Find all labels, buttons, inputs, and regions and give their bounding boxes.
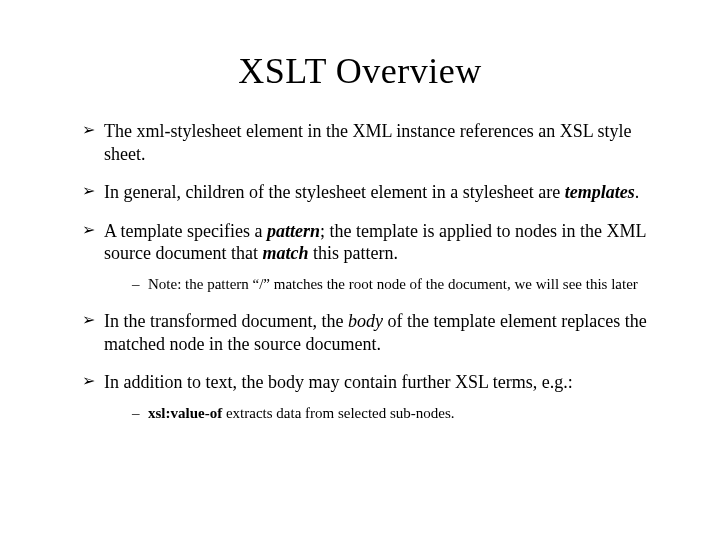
bullet-emph: pattern (267, 221, 320, 241)
bullet-text: this pattern. (308, 243, 397, 263)
sub-emph: xsl:value-of (148, 405, 222, 421)
bullet-text: . (635, 182, 640, 202)
bullet-item: In general, children of the stylesheet e… (82, 181, 670, 204)
bullet-text: In general, children of the stylesheet e… (104, 182, 565, 202)
bullet-text: In addition to text, the body may contai… (104, 372, 573, 392)
slide: XSLT Overview The xml-stylesheet element… (0, 0, 720, 540)
bullet-text: A template specifies a (104, 221, 267, 241)
bullet-emph: templates (565, 182, 635, 202)
slide-title: XSLT Overview (50, 50, 670, 92)
bullet-emph: match (262, 243, 308, 263)
bullet-item: A template specifies a pattern; the temp… (82, 220, 670, 295)
bullet-item: In the transformed document, the body of… (82, 310, 670, 355)
bullet-text: In the transformed document, the (104, 311, 348, 331)
bullet-list: The xml-stylesheet element in the XML in… (50, 120, 670, 423)
bullet-item: The xml-stylesheet element in the XML in… (82, 120, 670, 165)
bullet-item: In addition to text, the body may contai… (82, 371, 670, 423)
sub-list: xsl:value-of extracts data from selected… (104, 404, 670, 424)
sub-text: extracts data from selected sub-nodes. (222, 405, 454, 421)
sub-item: Note: the pattern “/” matches the root n… (132, 275, 670, 295)
sub-list: Note: the pattern “/” matches the root n… (104, 275, 670, 295)
sub-item: xsl:value-of extracts data from selected… (132, 404, 670, 424)
bullet-text: The xml-stylesheet element in the XML in… (104, 121, 631, 164)
sub-text: Note: the pattern “/” matches the root n… (148, 276, 638, 292)
bullet-emph: body (348, 311, 383, 331)
